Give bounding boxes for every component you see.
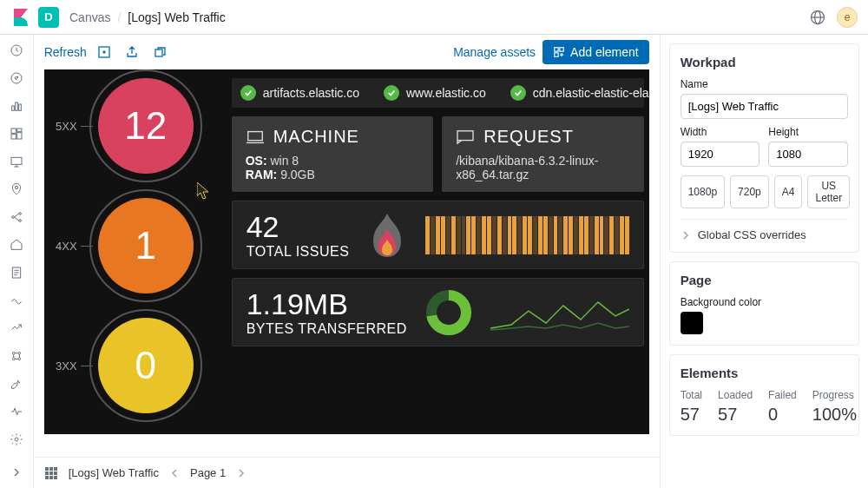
svg-rect-56 [54,476,57,479]
svg-line-20 [14,214,18,217]
stat-progress-value: 100% [812,405,857,425]
svg-marker-5 [15,76,18,80]
svg-rect-55 [49,476,53,479]
add-element-icon [553,46,565,58]
newsfeed-icon[interactable] [809,9,826,26]
svg-rect-40 [555,53,558,56]
preset-1080p[interactable]: 1080p [681,175,725,208]
svg-rect-9 [11,129,16,133]
nav-recent-icon[interactable] [10,43,23,57]
svg-point-29 [18,358,21,360]
nav-expand-icon[interactable] [10,465,23,479]
breadcrumb-workpad: [Logs] Web Traffic [128,10,225,24]
svg-rect-11 [17,133,22,139]
issues-row[interactable]: 42 TOTAL ISSUES [232,201,644,269]
avatar[interactable]: e [837,7,858,28]
svg-rect-7 [16,102,18,110]
canvas-workpad[interactable]: 5XX 12 4XX 1 3XX 0 [44,69,649,434]
duplicate-icon [153,45,167,59]
stat-loaded-label: Loaded [718,389,753,401]
nav-ml-icon[interactable] [10,210,23,224]
preset-a4[interactable]: A4 [774,175,803,208]
side-navigation [0,35,34,488]
gauge-3xx[interactable]: 0 [98,318,194,413]
nav-dashboard-icon[interactable] [10,127,23,141]
footer-workpad-name[interactable]: [Logs] Web Traffic [69,466,159,479]
svg-point-34 [15,438,18,441]
svg-rect-8 [19,104,22,110]
share-icon [125,45,139,59]
duplicate-button[interactable] [149,42,170,63]
nav-logs-icon[interactable] [10,266,23,280]
nav-canvas-icon[interactable] [10,155,23,168]
gauge-4xx[interactable]: 1 [98,198,194,293]
check-icon [510,85,526,101]
breadcrumb-canvas[interactable]: Canvas [69,10,110,24]
elements-panel-title: Elements [681,366,848,380]
status-bar[interactable]: artifacts.elastic.co www.elastic.co cdn.… [232,78,644,108]
fullscreen-button[interactable] [94,42,115,63]
svg-line-21 [14,217,18,221]
status-item: www.elastic.co [384,85,486,101]
width-label: Width [681,126,760,138]
svg-rect-48 [45,467,49,471]
svg-rect-45 [457,130,473,140]
machine-card[interactable]: MACHINE OS: win 8 RAM: 9.0GB [232,116,434,192]
chevron-right-icon [681,230,691,241]
svg-point-26 [12,352,15,354]
request-path: /kibana/kibana-6.3.2-linux-x86_64.tar.gz [456,154,630,181]
nav-infrastructure-icon[interactable] [10,238,23,252]
gauge-5xx[interactable]: 12 [98,78,194,174]
svg-rect-39 [560,48,563,51]
svg-rect-50 [54,467,57,471]
nav-visualize-icon[interactable] [10,99,23,113]
height-input[interactable] [768,142,848,167]
svg-rect-54 [45,476,49,479]
svg-rect-38 [555,48,558,51]
bg-color-label: Background color [681,296,848,308]
elements-panel: Elements Total57 Loaded57 Failed0 Progre… [669,354,859,436]
nav-uptime-icon[interactable] [10,321,23,335]
stat-failed-value: 0 [768,405,797,425]
svg-rect-49 [49,467,53,471]
nav-siem-icon[interactable] [10,349,23,363]
chevron-right-icon[interactable] [236,468,247,478]
nav-apm-icon[interactable] [10,293,23,307]
nav-devtools-icon[interactable] [10,377,23,391]
bytes-donut [424,288,473,337]
svg-rect-6 [12,106,15,110]
issues-sparkbar [425,216,628,254]
width-input[interactable] [681,142,760,167]
svg-rect-10 [17,129,22,131]
bg-color-swatch[interactable] [681,312,703,334]
gauge-4xx-label: 4XX [44,240,81,253]
global-css-toggle[interactable]: Global CSS overrides [681,219,848,241]
page-panel: Page Background color [669,261,859,346]
stat-progress-label: Progress [812,389,857,401]
svg-rect-51 [45,472,49,475]
svg-point-4 [11,73,22,83]
preset-720p[interactable]: 720p [730,175,769,208]
svg-point-19 [19,220,22,222]
page-panel-title: Page [681,273,848,287]
status-item: artifacts.elastic.co [240,85,359,101]
nav-monitoring-icon[interactable] [10,405,23,419]
share-button[interactable] [122,42,142,63]
breadcrumb-separator: / [117,10,121,24]
workpad-name-input[interactable] [681,94,848,119]
preset-usletter[interactable]: US Letter [807,175,850,208]
footer-page-number[interactable]: Page 1 [190,466,226,479]
request-card[interactable]: REQUEST /kibana/kibana-6.3.2-linux-x86_6… [442,116,644,192]
nav-discover-icon[interactable] [10,71,23,85]
bytes-row[interactable]: 1.19MB BYTES TRANSFERRED [232,278,644,346]
refresh-button[interactable]: Refresh [44,45,87,59]
nav-maps-icon[interactable] [10,182,23,196]
chevron-left-icon[interactable] [169,468,180,478]
nav-management-icon[interactable] [10,432,23,446]
manage-assets-link[interactable]: Manage assets [453,45,536,59]
bytes-sparkline [490,293,629,332]
page-manager-icon[interactable] [44,466,58,480]
add-element-button[interactable]: Add element [542,40,649,64]
svg-rect-12 [11,135,16,139]
kibana-logo-icon [10,7,31,28]
